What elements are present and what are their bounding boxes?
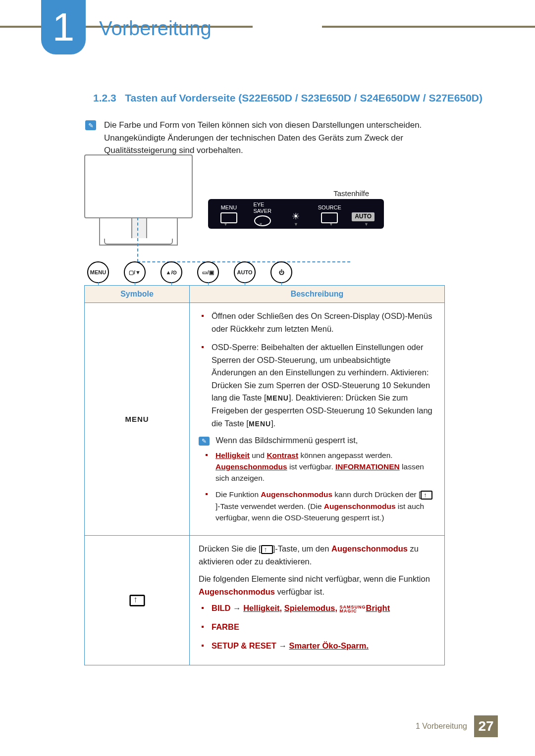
list-item: SETUP & RESET → Smarter Öko-Sparm. [209,640,435,653]
page-number: 27 [474,715,498,737]
sun-icon: ☀ [292,212,300,222]
table-row: MENU Öffnen oder Schließen des On Screen… [85,303,445,536]
list-item: FARBE [209,621,435,634]
btn-menu: MENU [87,261,109,283]
buttons-diagram: Tastenhilfe MENU EYE SAVER ☀ SOURCE AUTO [84,154,384,276]
list-item: BILD → Helligkeit, Spielemodus, SAMSUNGM… [209,602,435,615]
desc-eyesaver: Drücken Sie die []-Taste, um den Augensc… [190,536,445,665]
btn-source: ▭/▣ [197,261,219,283]
chapter-badge: 1 [41,0,86,54]
osd-menu: MENU [214,204,243,223]
note-icon: ✎ [85,120,96,130]
osd-bar: MENU EYE SAVER ☀ SOURCE AUTO ▼▼▼▼▼ [208,199,384,229]
physical-button-row: MENU ▢/▼ ▲/⊙ ▭/▣ AUTO ⏻ [87,261,292,283]
osd-indicator-row: ▼▼▼▼▼ [208,222,384,227]
up-icon [261,545,273,554]
connector-line-v [137,217,138,262]
footer-label: 1 Vorbereitung [416,722,467,731]
desc-menu: Öffnen oder Schließen des On Screen-Disp… [190,303,445,536]
page-footer: 1 Vorbereitung 27 [416,715,498,737]
btn-up: ▲/⊙ [160,261,182,283]
locked-note: Wenn das Bildschirmmenü gesperrt ist, [216,436,358,445]
osd-help-label: Tastenhilfe [333,189,369,198]
up-icon [129,595,145,606]
th-symbol: Symbole [85,286,190,303]
btn-down: ▢/▼ [124,261,146,283]
osd-auto: AUTO [349,206,377,221]
btn-power: ⏻ [270,261,292,283]
chapter-number: 1 [53,4,75,50]
osd-source: SOURCE [315,204,344,223]
auto-badge: AUTO [352,212,374,221]
samsung-magic-logo: SAMSUNGMAGIC [340,605,366,613]
intro-note: Die Farbe und Form von Teilen können sic… [104,119,442,157]
list-item: Öffnen oder Schließen des On Screen-Disp… [209,310,435,335]
note-icon: ✎ [199,437,210,446]
section-title-text: Tasten auf Vorderseite (S22E650D / S23E6… [125,92,482,103]
symbol-menu: MENU [85,303,190,536]
symbol-eyesaver [85,536,190,665]
section-heading: 1.2.3 Tasten auf Vorderseite (S22E650D /… [93,92,482,104]
osd-brightness: ☀ [281,206,310,222]
list-item: OSD-Sperre: Beibehalten der aktuellen Ei… [209,341,435,430]
monitor-outline [84,154,193,218]
power-icon: ⏻ [279,269,284,275]
section-number: 1.2.3 [93,92,116,103]
list-item: Helligkeit und Kontrast können angepasst… [213,450,435,484]
up-icon [421,491,432,500]
table-row: Drücken Sie die []-Taste, um den Augensc… [85,536,445,665]
symbol-table: Symbole Beschreibung MENU Öffnen oder Sc… [84,285,445,665]
btn-auto: AUTO [234,261,256,283]
th-desc: Beschreibung [190,286,445,303]
list-item: Die Funktion Augenschonmodus kann durch … [213,489,435,523]
monitor-base [99,217,178,246]
chapter-title: Vorbereitung [99,17,212,40]
